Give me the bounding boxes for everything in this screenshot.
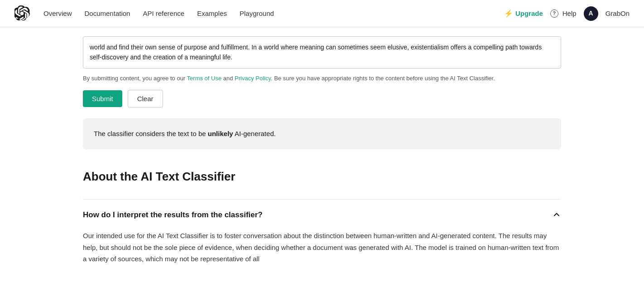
faq-answer-text-1: Our intended use for the AI Text Classif… bbox=[83, 232, 559, 263]
result-after: AI-generated. bbox=[233, 130, 276, 137]
text-input-display[interactable]: world and find their own sense of purpos… bbox=[83, 36, 561, 68]
nav-overview[interactable]: Overview bbox=[43, 8, 72, 19]
navbar-right: ⚡ Upgrade ? Help A GrabOn bbox=[504, 6, 630, 21]
nav-examples[interactable]: Examples bbox=[197, 8, 227, 19]
openai-logo[interactable] bbox=[14, 5, 31, 22]
faq-question-1: How do I interpret the results from the … bbox=[83, 209, 263, 221]
faq-answer-1: Our intended use for the AI Text Classif… bbox=[83, 230, 561, 274]
buttons-row: Submit Clear bbox=[83, 90, 561, 107]
result-box: The classifier considers the text to be … bbox=[83, 118, 561, 149]
main-content: world and find their own sense of purpos… bbox=[68, 0, 576, 274]
nav-links: Overview Documentation API reference Exa… bbox=[43, 8, 504, 19]
result-before: The classifier considers the text to be bbox=[94, 130, 208, 137]
about-title: About the AI Text Classifier bbox=[83, 167, 561, 186]
faq-item-1: How do I interpret the results from the … bbox=[83, 199, 561, 274]
about-section: About the AI Text Classifier How do I in… bbox=[83, 167, 561, 274]
submit-button[interactable]: Submit bbox=[83, 90, 122, 107]
textarea-content: world and find their own sense of purpos… bbox=[90, 44, 542, 61]
privacy-policy-link[interactable]: Privacy Policy bbox=[235, 75, 271, 82]
nav-playground[interactable]: Playground bbox=[240, 8, 274, 19]
chevron-up-icon bbox=[552, 210, 561, 219]
avatar[interactable]: A bbox=[584, 6, 598, 21]
lightning-icon: ⚡ bbox=[504, 8, 513, 20]
terms-of-use-link[interactable]: Terms of Use bbox=[187, 75, 222, 82]
notice-text: By submitting content, you agree to our … bbox=[83, 74, 561, 83]
help-icon: ? bbox=[550, 10, 558, 18]
result-text: The classifier considers the text to be … bbox=[94, 128, 550, 139]
result-verdict: unlikely bbox=[208, 130, 233, 137]
clear-button[interactable]: Clear bbox=[128, 90, 163, 107]
help-button[interactable]: ? Help bbox=[550, 8, 577, 19]
help-label: Help bbox=[562, 8, 577, 19]
faq-header-1[interactable]: How do I interpret the results from the … bbox=[83, 209, 561, 230]
nav-documentation[interactable]: Documentation bbox=[85, 8, 130, 19]
notice-before: By submitting content, you agree to our bbox=[83, 75, 187, 82]
nav-api-reference[interactable]: API reference bbox=[143, 8, 184, 19]
notice-and: and bbox=[221, 75, 235, 82]
textarea-section: world and find their own sense of purpos… bbox=[83, 36, 561, 68]
upgrade-button[interactable]: ⚡ Upgrade bbox=[504, 8, 543, 20]
navbar: Overview Documentation API reference Exa… bbox=[0, 0, 644, 27]
username: GrabOn bbox=[606, 8, 630, 19]
upgrade-label: Upgrade bbox=[515, 8, 543, 19]
notice-after: . Be sure you have appropriate rights to… bbox=[271, 75, 495, 82]
